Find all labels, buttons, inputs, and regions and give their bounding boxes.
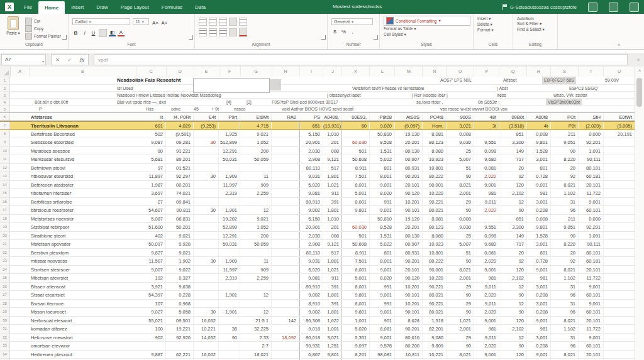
data-cell[interactable]: 1,518 — [423, 317, 447, 325]
data-cell[interactable]: 80,130 — [395, 232, 423, 240]
data-cell[interactable]: 1,091 — [579, 147, 604, 155]
row-header[interactable]: 19 — [0, 223, 10, 231]
data-cell[interactable]: 90,221 — [423, 198, 447, 206]
row-header[interactable]: 10 — [0, 147, 10, 155]
data-cell[interactable] — [272, 266, 299, 274]
vertical-scrollbar[interactable]: ˄ — [635, 67, 644, 360]
row-header[interactable]: 2 — [0, 85, 10, 91]
data-cell[interactable]: 9,051 — [551, 223, 579, 231]
data-cell[interactable] — [194, 232, 219, 240]
data-cell[interactable]: 9,001 — [579, 334, 604, 342]
data-cell[interactable]: 0,081 — [474, 249, 499, 257]
data-cell[interactable]: 00,811 — [166, 206, 194, 214]
data-cell[interactable]: 31 — [551, 283, 579, 291]
data-cell[interactable]: 981 — [474, 189, 499, 197]
data-cell[interactable]: 08,831 — [166, 215, 194, 223]
data-cell[interactable]: 90,201 — [395, 172, 423, 180]
data-cell[interactable]: 8,080 — [423, 147, 447, 155]
data-cell[interactable] — [474, 215, 499, 223]
data-cell[interactable]: 9,001 — [370, 181, 395, 189]
column-header-J[interactable]: J — [323, 67, 342, 77]
row-label-cell[interactable]: Stssat eteartsiet — [29, 291, 136, 299]
row-label-cell[interactable]: bbrsiocus roesrsoter — [29, 206, 136, 214]
data-cell[interactable]: 20,201 — [395, 223, 423, 231]
data-cell[interactable]: 60,030 — [342, 138, 370, 146]
data-cell[interactable]: 149 — [499, 232, 527, 240]
row-label-cell[interactable]: Befmiown ateovl — [29, 164, 136, 172]
data-cell[interactable]: 20,901 — [299, 223, 323, 231]
data-cell[interactable]: 9,087 — [136, 138, 166, 146]
data-cell[interactable]: 4,715 — [240, 122, 272, 129]
data-cell[interactable]: 30 — [194, 206, 219, 214]
row-header[interactable]: 3 — [0, 92, 10, 98]
data-cell[interactable]: 9,578 — [370, 342, 395, 350]
data-cell[interactable]: 32,225 — [240, 325, 272, 333]
data-cell[interactable]: 0,208 — [527, 206, 551, 214]
data-cell[interactable]: 60,030 — [342, 223, 370, 231]
autosum-button[interactable]: AutoSum — [517, 16, 555, 21]
data-cell[interactable] — [604, 317, 635, 325]
data-cell[interactable]: 90,120 — [395, 274, 423, 282]
data-cell[interactable]: 3,300 — [499, 223, 527, 231]
data-cell[interactable]: 25 — [447, 232, 474, 240]
column-header-L[interactable]: L — [370, 67, 395, 77]
data-cell[interactable]: 9,001 — [370, 308, 395, 316]
data-cell[interactable]: 96 — [551, 308, 579, 316]
data-cell[interactable]: 12 — [240, 206, 272, 214]
data-cell[interactable]: 0,008 — [447, 130, 474, 138]
data-cell[interactable]: 9,121 — [323, 155, 342, 163]
data-cell[interactable]: 9,001 — [579, 198, 604, 206]
data-cell[interactable] — [219, 342, 240, 350]
data-cell[interactable]: (9,005) — [604, 122, 635, 129]
data-cell[interactable]: 25 — [447, 147, 474, 155]
data-cell[interactable] — [194, 189, 219, 197]
data-cell[interactable] — [240, 283, 272, 291]
data-cell[interactable]: 50,031 — [219, 240, 240, 248]
data-cell[interactable]: 9,018 — [299, 325, 323, 333]
data-cell[interactable]: 12 — [240, 308, 272, 316]
row-header[interactable]: 20 — [0, 232, 10, 240]
data-cell[interactable]: 8,021 — [447, 181, 474, 189]
data-cell[interactable]: 9,002 — [299, 206, 323, 214]
expand-formula-bar-icon[interactable]: ˅ — [633, 58, 644, 62]
row-label-cell[interactable]: Bertsfrose Becorsted — [29, 130, 136, 138]
data-cell[interactable]: 851 — [499, 215, 527, 223]
data-cell[interactable]: 12 — [499, 198, 527, 206]
data-cell[interactable]: 801 — [527, 249, 551, 257]
data-cell[interactable] — [604, 223, 635, 231]
column-header-T[interactable]: T — [579, 67, 604, 77]
data-cell[interactable]: 80,110 — [299, 249, 323, 257]
data-cell[interactable]: 2,102 — [499, 325, 527, 333]
percent-icon[interactable]: % — [340, 29, 347, 35]
row-label-cell[interactable]: Siebssose etdorsted — [29, 138, 136, 146]
tab-draw[interactable]: Draw — [90, 0, 114, 14]
font-color-icon[interactable]: A — [118, 30, 125, 36]
data-cell[interactable]: 9,021 — [166, 249, 194, 257]
data-cell[interactable]: 11,897 — [136, 172, 166, 180]
data-cell[interactable]: 16,002 — [194, 351, 219, 359]
data-cell[interactable]: 008 — [323, 147, 342, 155]
data-cell[interactable]: 3,001 — [527, 334, 551, 342]
data-cell[interactable]: 90 — [499, 291, 527, 299]
data-cell[interactable] — [194, 300, 219, 308]
data-cell[interactable]: 2,030 — [299, 147, 323, 155]
data-cell[interactable]: 1,001 — [342, 317, 370, 325]
data-cell[interactable]: 10,201 — [395, 198, 423, 206]
data-cell[interactable]: 80,021 — [423, 206, 447, 214]
number-format-select[interactable]: General — [331, 18, 373, 25]
data-cell[interactable]: 9,801 — [323, 351, 342, 359]
data-cell[interactable]: 20,101 — [579, 181, 604, 189]
data-cell[interactable]: 9,030 — [447, 138, 474, 146]
data-cell[interactable]: 1,021 — [323, 181, 342, 189]
row-header[interactable]: 26 — [0, 283, 10, 291]
row-header[interactable]: 17 — [0, 206, 10, 214]
data-cell[interactable]: 9,801 — [527, 138, 551, 146]
data-cell[interactable]: 50,059 — [240, 155, 272, 163]
data-cell[interactable]: 991 — [370, 283, 395, 291]
data-cell[interactable]: 14,052 — [194, 334, 219, 342]
data-cell[interactable]: 1,901 — [219, 308, 240, 316]
data-cell[interactable]: 9,001 — [527, 181, 551, 189]
data-cell[interactable]: 11,997 — [219, 181, 240, 189]
data-cell[interactable]: 5,007 — [447, 155, 474, 163]
data-cell[interactable]: 90,001 — [423, 266, 447, 274]
